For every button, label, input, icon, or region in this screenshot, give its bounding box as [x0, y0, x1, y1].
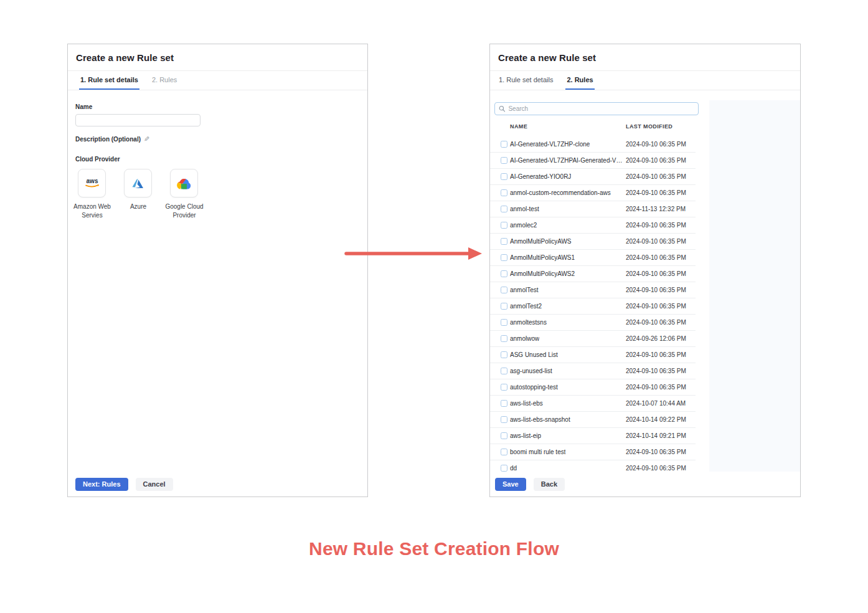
name-input[interactable] [75, 114, 200, 126]
row-checkbox[interactable] [501, 157, 507, 164]
dialog-header: Create a new Rule set [490, 44, 800, 71]
table-row[interactable]: anmolTest 2024-09-10 06:35 PM [490, 282, 696, 298]
row-checkbox[interactable] [501, 303, 507, 310]
dialog-tabs: 1. Rule set details 2. Rules [68, 71, 367, 90]
rule-name: AnmolMultiPolicyAWS1 [510, 254, 575, 261]
table-row[interactable]: boomi multi rule test 2024-09-10 06:35 P… [490, 444, 696, 460]
row-checkbox[interactable] [501, 270, 507, 277]
provider-gcp[interactable]: Google Cloud Provider [170, 169, 198, 219]
row-checkbox[interactable] [501, 206, 507, 212]
back-button[interactable]: Back [534, 478, 565, 491]
rule-set-details-dialog: Create a new Rule set 1. Rule set detail… [67, 44, 368, 497]
dialog-header: Create a new Rule set [68, 44, 367, 71]
provider-azure[interactable]: Azure [124, 169, 152, 219]
table-row[interactable]: AI-Generated-VL7ZHPAI-Generated-VL7ZHPAI… [490, 153, 696, 169]
table-row[interactable]: dd 2024-09-10 06:35 PM [490, 460, 696, 473]
table-row[interactable]: asg-unused-list 2024-09-10 06:35 PM [490, 363, 696, 379]
cancel-button[interactable]: Cancel [136, 478, 173, 491]
rule-last-modified: 2024-09-10 06:35 PM [626, 465, 686, 472]
table-row[interactable]: aws-list-ebs-snapshot 2024-10-14 09:22 P… [490, 412, 696, 428]
row-checkbox[interactable] [501, 432, 507, 439]
search-box[interactable] [494, 102, 699, 115]
table-row[interactable]: anmol-custom-recommendation-aws 2024-09-… [490, 185, 696, 201]
rule-name: AnmolMultiPolicyAWS [510, 238, 572, 245]
rule-last-modified: 2024-09-10 06:35 PM [626, 368, 686, 374]
flow-arrow [341, 245, 488, 262]
tab-rules[interactable]: 2. Rules [151, 71, 178, 90]
column-name: NAME [510, 123, 527, 130]
row-checkbox[interactable] [501, 368, 507, 374]
column-last-modified: LAST MODIFIED [626, 123, 672, 130]
row-checkbox[interactable] [501, 416, 507, 423]
pencil-icon[interactable]: ✎ [144, 135, 149, 143]
rule-name: asg-unused-list [510, 368, 552, 374]
table-row[interactable]: AnmolMultiPolicyAWS1 2024-09-10 06:35 PM [490, 250, 696, 266]
cloud-provider-label: Cloud Provider [75, 156, 360, 163]
rule-last-modified: 2024-09-10 06:35 PM [626, 222, 686, 229]
search-input[interactable] [508, 105, 694, 112]
table-row[interactable]: autostopping-test 2024-09-10 06:35 PM [490, 379, 696, 396]
table-row[interactable]: aws-list-ebs 2024-10-07 10:44 AM [490, 396, 696, 412]
row-checkbox[interactable] [501, 449, 507, 455]
rule-last-modified: 2024-11-13 12:32 PM [626, 206, 686, 212]
rule-last-modified: 2024-09-10 06:35 PM [626, 351, 686, 358]
rule-last-modified: 2024-09-10 06:35 PM [626, 270, 686, 277]
table-row[interactable]: anmolec2 2024-09-10 06:35 PM [490, 217, 696, 234]
row-checkbox[interactable] [501, 222, 507, 229]
table-row[interactable]: AI-Generated-VL7ZHP-clone 2024-09-10 06:… [490, 136, 696, 153]
description-label: Description (Optional) [75, 136, 141, 143]
table-row[interactable]: anmoltestsns 2024-09-10 06:35 PM [490, 315, 696, 331]
rule-last-modified: 2024-10-07 10:44 AM [626, 400, 686, 407]
row-checkbox[interactable] [501, 189, 507, 196]
rule-last-modified: 2024-09-10 06:35 PM [626, 189, 686, 196]
page: Create a new Rule set 1. Rule set detail… [0, 0, 868, 613]
google-cloud-icon [170, 169, 198, 197]
provider-label: Google Cloud Provider [162, 202, 207, 219]
tab-rules[interactable]: 2. Rules [565, 71, 594, 90]
rule-last-modified: 2024-09-26 12:06 PM [626, 335, 686, 342]
row-checkbox[interactable] [501, 351, 507, 358]
cloud-provider-options: aws Amazon Web Servies Azure [75, 169, 360, 219]
flow-caption: New Rule Set Creation Flow [0, 538, 868, 559]
name-label: Name [75, 103, 360, 110]
row-checkbox[interactable] [501, 173, 507, 180]
table-row[interactable]: aws-list-eip 2024-10-14 09:21 PM [490, 428, 696, 444]
tab-rule-set-details[interactable]: 1. Rule set details [79, 71, 139, 90]
svg-text:aws: aws [86, 178, 98, 184]
rule-name: dd [510, 465, 517, 472]
row-checkbox[interactable] [501, 141, 507, 148]
rule-name: AI-Generated-YIO0RJ [510, 173, 571, 180]
row-checkbox[interactable] [501, 465, 507, 472]
rule-name: anmolTest [510, 287, 539, 293]
rule-name: anmol-custom-recommendation-aws [510, 189, 611, 196]
dialog-footer: Save Back [490, 472, 800, 497]
rule-last-modified: 2024-09-10 06:35 PM [626, 384, 686, 391]
row-checkbox[interactable] [501, 384, 507, 391]
row-checkbox[interactable] [501, 238, 507, 245]
rule-last-modified: 2024-09-10 06:35 PM [626, 141, 686, 148]
rule-last-modified: 2024-10-14 09:21 PM [626, 432, 686, 439]
dialog-title: Create a new Rule set [498, 52, 596, 63]
rule-name: anmol-test [510, 206, 539, 212]
provider-aws[interactable]: aws Amazon Web Servies [78, 169, 106, 219]
save-button[interactable]: Save [495, 478, 526, 491]
rule-name: anmoltestsns [510, 319, 547, 326]
row-checkbox[interactable] [501, 400, 507, 407]
table-row[interactable]: anmolwow 2024-09-26 12:06 PM [490, 331, 696, 347]
table-row[interactable]: AnmolMultiPolicyAWS 2024-09-10 06:35 PM [490, 234, 696, 250]
table-row[interactable]: ASG Unused List 2024-09-10 06:35 PM [490, 347, 696, 363]
table-row[interactable]: anmol-test 2024-11-13 12:32 PM [490, 201, 696, 217]
row-checkbox[interactable] [501, 335, 507, 342]
rule-name: aws-list-eip [510, 432, 541, 439]
rule-name: anmolTest2 [510, 303, 542, 310]
row-checkbox[interactable] [501, 287, 507, 293]
rule-last-modified: 2024-09-10 06:35 PM [626, 238, 686, 245]
table-row[interactable]: anmolTest2 2024-09-10 06:35 PM [490, 298, 696, 315]
table-row[interactable]: AI-Generated-YIO0RJ 2024-09-10 06:35 PM [490, 169, 696, 185]
table-row[interactable]: AnmolMultiPolicyAWS2 2024-09-10 06:35 PM [490, 266, 696, 282]
rule-table: AI-Generated-VL7ZHP-clone 2024-09-10 06:… [490, 136, 699, 473]
row-checkbox[interactable] [501, 254, 507, 261]
next-rules-button[interactable]: Next: Rules [75, 478, 128, 491]
tab-rule-set-details[interactable]: 1. Rule set details [498, 71, 554, 90]
row-checkbox[interactable] [501, 319, 507, 326]
